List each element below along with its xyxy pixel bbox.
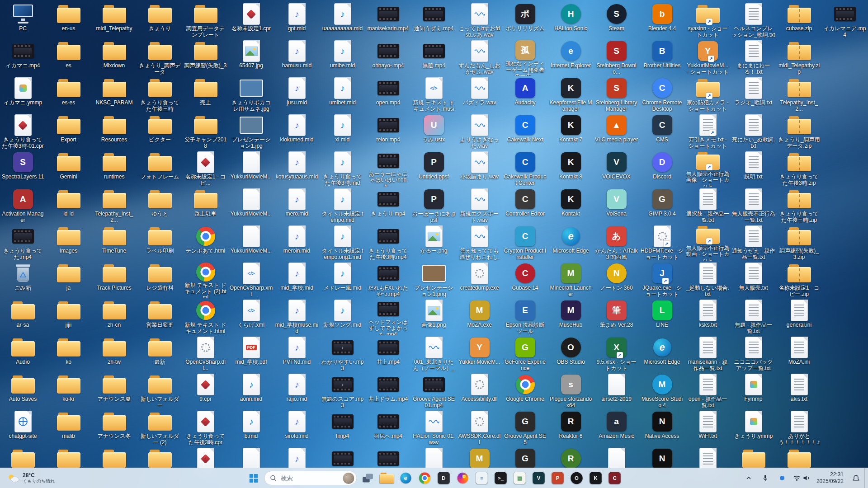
desktop-icon[interactable]: MMuseHub (548, 298, 594, 335)
desktop-icon[interactable]: ko-kr (46, 372, 91, 409)
desktop-icon[interactable]: es (46, 39, 91, 76)
desktop-icon[interactable]: SSteam (594, 2, 639, 39)
desktop-icon[interactable]: きょうりボカコレ用サムネ.jpg (228, 76, 274, 113)
desktop-icon[interactable]: テンポあて.html (183, 224, 228, 261)
desktop-icon[interactable]: bBlender 4.4 (639, 2, 685, 39)
desktop-icon[interactable]: 無人販売.txt (731, 261, 776, 298)
microphone-tray-button[interactable] (757, 470, 774, 486)
desktop-icon[interactable]: CCMS (639, 113, 685, 150)
desktop-icon[interactable]: KKontakt (548, 187, 594, 224)
desktop-icon[interactable]: イカマニ.mp4 (0, 39, 46, 76)
taskbar-firefox[interactable] (454, 469, 472, 487)
desktop-icon[interactable]: id-id (46, 187, 91, 224)
desktop-icon[interactable]: Gemini (46, 150, 91, 187)
desktop-icon[interactable]: _起動しない場合.txt (685, 261, 731, 298)
desktop-icon[interactable]: createdump.exe (457, 261, 502, 298)
desktop-icon[interactable]: アナウンス冬 (91, 409, 137, 446)
desktop-icon[interactable]: AAudacity (502, 76, 548, 113)
desktop-icon[interactable]: teion.mp4 (365, 113, 411, 150)
desktop-icon[interactable]: RReaktor 6 (548, 409, 594, 446)
desktop-icon[interactable]: ♪hamusu.mid (274, 39, 320, 76)
desktop-icon[interactable]: ko (46, 335, 91, 372)
desktop-icon[interactable]: midi_Telepathy (91, 2, 137, 39)
desktop-icon[interactable]: manisekarin.mp4 (365, 2, 411, 39)
desktop-icon[interactable]: きょうり食ってた午後3時.cpr (183, 409, 228, 446)
desktop-icon[interactable]: きょうり_調声用データ.zip (776, 113, 822, 150)
desktop-icon[interactable]: 最新 (137, 335, 183, 372)
desktop-icon[interactable]: ♪rajio.mid (274, 372, 320, 409)
desktop-icon[interactable]: 井上ドラム.mp4 (365, 372, 411, 409)
desktop-icon[interactable]: NKSC_PARAM (91, 76, 137, 113)
desktop-icon[interactable]: プレゼンテーション1.jpg (228, 113, 274, 150)
desktop-icon[interactable]: ♪sirofo.mid (274, 409, 320, 446)
desktop-icon[interactable]: OpenCvSharp.dll... (183, 335, 228, 372)
desktop-icon[interactable]: YYukkuriMovieM... (457, 335, 502, 372)
desktop-icon[interactable]: ニコニコバックアップ一覧.txt (731, 335, 776, 372)
desktop-icon[interactable]: BBrother Utilities (639, 39, 685, 76)
desktop-icon[interactable]: 65407.jpg (228, 39, 274, 76)
desktop-icon[interactable]: ♪umibet.mid (320, 76, 365, 113)
desktop-icon[interactable]: TimeTune (91, 224, 137, 261)
desktop-icon[interactable]: Track Pictures (91, 261, 137, 298)
desktop-icon[interactable]: ↗無人販売不正行為動画 - ショートカット (685, 224, 731, 261)
desktop-icon[interactable]: あかんたん！AITalk 3 関西風 (594, 224, 639, 261)
desktop-icon[interactable]: VVoiSona (594, 187, 639, 224)
taskbar-terminal[interactable]: >_ (492, 469, 510, 487)
desktop-icon[interactable]: ↗家の防犯カメラ - ショートカット (685, 76, 731, 113)
desktop-icon[interactable]: WiFI.txt (685, 409, 731, 446)
desktop-icon[interactable]: 路上駐車 (183, 187, 228, 224)
desktop-icon[interactable]: zh-tw (91, 335, 137, 372)
desktop-icon[interactable]: akis.txt (776, 372, 822, 409)
desktop-icon[interactable]: ↗syasinn - ショートカット (685, 2, 731, 39)
start-button[interactable] (245, 469, 263, 487)
desktop-icon[interactable]: 孤孤独なインディーゲーム開発者の一生... (502, 39, 548, 76)
desktop-icon[interactable]: 画像1.png (411, 298, 457, 335)
desktop-icon[interactable]: きょうり食ってた午後3時-01.cpr (0, 113, 46, 150)
desktop-icon[interactable]: </>新規 テキスト ドキュメント.musicxml (411, 76, 457, 113)
desktop-icon[interactable]: 新しいフォルダー (2) (137, 409, 183, 446)
desktop-icon[interactable]: sPlogue sforzando x64 (548, 372, 594, 409)
desktop-icon[interactable]: eMicrosoft Edge (548, 224, 594, 261)
desktop-icon[interactable]: こってもhすおfdsbぶあ.wav (457, 2, 502, 39)
desktop-icon[interactable]: </>くらげ.xml (228, 298, 274, 335)
taskbar-discord[interactable]: D (435, 469, 453, 487)
desktop-icon[interactable]: 調声練習(失敗)_3 (183, 39, 228, 76)
desktop-icon[interactable]: ♪jusu.mid (274, 76, 320, 113)
desktop-icon[interactable]: 新規 テキスト ドキュメント (2).html (183, 261, 228, 298)
desktop-icon[interactable]: きょうり食ってた.mp4 (0, 224, 46, 261)
desktop-icon[interactable]: 無題 - 親作品一覧.txt (731, 298, 776, 335)
desktop-icon[interactable]: MoZA.ini (776, 335, 822, 372)
taskbar-kontakt[interactable]: K (587, 469, 605, 487)
desktop-icon[interactable]: GGIMP 3.0.4 (639, 187, 685, 224)
desktop-icon[interactable]: YukkuriMovieM... (228, 187, 274, 224)
desktop-icon[interactable]: EEpson 接続診断ツール (502, 298, 548, 335)
desktop-icon[interactable]: AActivation Manager (0, 187, 46, 224)
desktop-icon[interactable]: Audio (0, 335, 46, 372)
taskbar-clock[interactable]: 22:31 2025/09/22 (813, 470, 847, 486)
desktop-icon[interactable]: ohhayo-.mp4 (365, 39, 411, 76)
desktop-icon[interactable]: ♪aorin.mid (228, 372, 274, 409)
desktop-icon[interactable]: CCakewalk Next (502, 113, 548, 150)
desktop-icon[interactable]: ありがとう！！！！！！.txt (776, 409, 822, 446)
desktop-icon[interactable]: OOBS Studio (548, 335, 594, 372)
desktop-icon[interactable]: Resources (91, 113, 137, 150)
desktop-icon[interactable]: midi_Telepathy.zip (776, 39, 822, 76)
desktop-icon[interactable]: PDFmid_学校.pdf (228, 335, 274, 372)
desktop-icon[interactable]: 調査用データテンプレート (183, 2, 228, 39)
desktop-icon[interactable]: 筆筆まめ Ver.28 (594, 298, 639, 335)
taskbar-microsoft-edge[interactable]: e (397, 469, 415, 487)
desktop-icon[interactable]: 小銭詰まり.wav (457, 150, 502, 187)
desktop-icon[interactable]: Accessibility.dll (457, 372, 502, 409)
desktop-icon[interactable]: cubase.zip (776, 2, 822, 39)
desktop-icon[interactable]: Export (46, 113, 91, 150)
desktop-icon[interactable]: かるー.png (411, 224, 457, 261)
desktop-icon[interactable]: ポポリリリリズム (502, 2, 548, 39)
desktop-icon[interactable]: GGeForce Experience (502, 335, 548, 372)
desktop-icon[interactable]: ♪xl.mid (320, 113, 365, 150)
desktop-icon[interactable]: 調声練習(失敗)_3.zip (776, 224, 822, 261)
desktop-icon[interactable]: きょうり食ってた午後3時.zip (776, 150, 822, 187)
desktop-icon[interactable]: ♪gpt.mid (274, 2, 320, 39)
desktop-icon[interactable]: ビクター (137, 113, 183, 150)
search-box[interactable] (264, 471, 357, 485)
desktop-icon[interactable]: ▲VLC media player (594, 113, 639, 150)
